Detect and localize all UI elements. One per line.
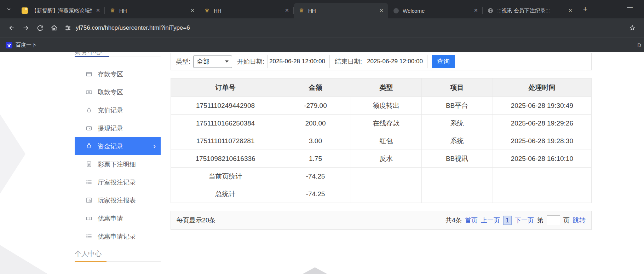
bookmark-partial[interactable]: D [637, 42, 641, 48]
window-minimize-button[interactable]: — [627, 4, 633, 11]
sidebar-item-label: 玩家投注报表 [98, 196, 136, 205]
tab-close-icon[interactable]: × [378, 7, 385, 14]
cell-amount: -74.25 [280, 168, 351, 185]
sidebar-item-label: 存款专区 [98, 70, 123, 78]
list-icon [85, 179, 92, 186]
page-prefix-label: 第 [537, 216, 544, 225]
tab-search-button[interactable] [4, 4, 14, 14]
table-row: 1751110249442908 -279.00 额度转出 BB平台 2025-… [171, 97, 592, 115]
end-date-input[interactable] [365, 55, 427, 68]
tab-close-icon[interactable]: × [189, 7, 196, 14]
cell-project: 系统 [421, 115, 493, 132]
sidebar-item-fund-records[interactable]: 资金记录 › [75, 137, 161, 155]
section-title: 个人中心 [75, 250, 161, 261]
tab-close-icon[interactable]: × [94, 7, 102, 14]
tab-hh-1[interactable]: ♛ HH × [105, 3, 199, 18]
section-title: 财务中心 [75, 52, 161, 56]
decorative-triangle [0, 245, 48, 274]
site-info-icon[interactable] [64, 24, 71, 31]
tab-hh-2[interactable]: ♛ HH × [199, 3, 294, 18]
cell-type: 在线存款 [351, 115, 421, 132]
cell-label: 当前页统计 [171, 168, 280, 185]
sidebar-item-label: 厅室投注记录 [98, 178, 136, 187]
cell-amount: -279.00 [280, 97, 351, 115]
current-page-badge[interactable]: 1 [503, 216, 512, 225]
cell-order-no: 1751110166250384 [171, 115, 280, 132]
browser-window: 【新提醒】海燕策略论坛经 × ♛ HH × ♛ HH × ♛ HH × Welc… [0, 0, 644, 274]
table-header-row: 订单号 金额 类型 项目 处理时间 [171, 78, 592, 97]
welcome-favicon-icon [393, 8, 399, 13]
tab-title: :::视讯 会员下注纪录::: [497, 7, 564, 14]
tab-close-icon[interactable]: × [567, 7, 574, 14]
start-date-label: 开始日期: [237, 57, 264, 66]
sidebar-item-promo-apply[interactable]: 优惠申请 [75, 209, 161, 227]
sidebar-item-room-bet-records[interactable]: 厅室投注记录 [75, 173, 161, 191]
hh-favicon-icon: ♛ [109, 7, 116, 14]
tab-welcome[interactable]: Welcome × [388, 3, 483, 18]
table-row-page-total: 当前页统计 -74.25 [171, 168, 592, 185]
document-icon [85, 161, 92, 168]
sidebar-item-withdrawal-records[interactable]: 提现记录 [75, 119, 161, 137]
sidebar-item-label: 优惠申请 [98, 214, 123, 223]
chart-icon [85, 197, 92, 204]
forward-button[interactable] [19, 21, 33, 35]
banknote-icon [85, 89, 92, 96]
cell-project: BB视讯 [421, 150, 493, 168]
tab-forum[interactable]: 【新提醒】海燕策略论坛经 × [17, 3, 105, 18]
start-date-input[interactable] [267, 55, 330, 68]
decorative-triangle [303, 267, 327, 274]
type-select[interactable]: 全部 [193, 56, 232, 68]
sidebar-item-label: 彩票下注明细 [98, 160, 136, 169]
prev-page-link[interactable]: 上一页 [481, 216, 500, 225]
url-text[interactable]: yl756.com/hhcp/usercenter.html?iniType=6 [76, 24, 190, 31]
jump-link[interactable]: 跳转 [573, 216, 586, 225]
tab-hh-active[interactable]: ♛ HH × [294, 3, 388, 18]
bookmark-baidu[interactable]: 百度一下 [6, 42, 37, 48]
sidebar-item-withdraw[interactable]: 取款专区 [75, 83, 161, 101]
deposit-card-icon [85, 71, 92, 78]
sidebar-item-deposit[interactable]: 存款专区 [75, 65, 161, 83]
home-icon [50, 24, 58, 32]
bookmark-star-button[interactable] [626, 21, 639, 35]
page-suffix-label: 页 [563, 216, 570, 225]
col-header-order-no: 订单号 [171, 78, 280, 97]
sidebar-item-promo-apply-records[interactable]: 优惠申请记录 [75, 227, 161, 245]
tab-close-icon[interactable]: × [283, 7, 291, 14]
pagination-controls: 共4条 首页 上一页 1 下一页 第 页 跳转 [445, 215, 586, 225]
type-label: 类型: [176, 57, 190, 66]
sidebar-item-messages[interactable]: 消息中心 [75, 272, 161, 274]
sidebar-item-label: 取款专区 [98, 88, 123, 97]
reload-icon [36, 24, 44, 32]
page-jump-input[interactable] [547, 215, 560, 225]
address-bar[interactable]: yl756.com/hhcp/usercenter.html?iniType=6 [64, 21, 639, 35]
records-table: 订单号 金额 类型 项目 处理时间 1751110249442908 -279.… [171, 78, 592, 203]
cell-order-no: 1751098210616336 [171, 150, 280, 168]
sidebar-item-lottery-bets[interactable]: 彩票下注明细 [75, 155, 161, 173]
query-button[interactable]: 查询 [432, 55, 455, 68]
sidebar-item-player-bet-report[interactable]: 玩家投注报表 [75, 191, 161, 209]
chevron-down-icon [6, 6, 12, 12]
tab-title: Welcome [403, 8, 470, 14]
section-underline [75, 56, 109, 57]
back-button[interactable] [5, 21, 18, 35]
new-tab-button[interactable]: + [580, 4, 591, 14]
tab-title: 【新提醒】海燕策略论坛经 [31, 7, 92, 14]
sidebar-item-recharge-records[interactable]: 充值记录 [75, 101, 161, 119]
baidu-paw-icon [6, 42, 12, 48]
droplet-icon [85, 107, 92, 114]
home-button[interactable] [47, 21, 61, 35]
tab-video-records[interactable]: :::视讯 会员下注纪录::: × [483, 3, 577, 18]
sidebar-item-label: 优惠申请记录 [98, 232, 136, 241]
first-page-link[interactable]: 首页 [465, 216, 478, 225]
next-page-link[interactable]: 下一页 [515, 216, 534, 225]
bookmarks-bar-right: D [633, 42, 638, 49]
section-underline [75, 261, 107, 262]
tab-close-icon[interactable]: × [472, 7, 480, 14]
hh-favicon-icon: ♛ [298, 7, 305, 14]
cell-amount: -74.25 [280, 185, 351, 203]
tab-title: HH [119, 8, 186, 14]
cell-type: 红包 [351, 132, 421, 150]
col-header-project: 项目 [421, 78, 493, 97]
sidebar-item-label: 充值记录 [98, 106, 123, 115]
reload-button[interactable] [33, 21, 47, 35]
